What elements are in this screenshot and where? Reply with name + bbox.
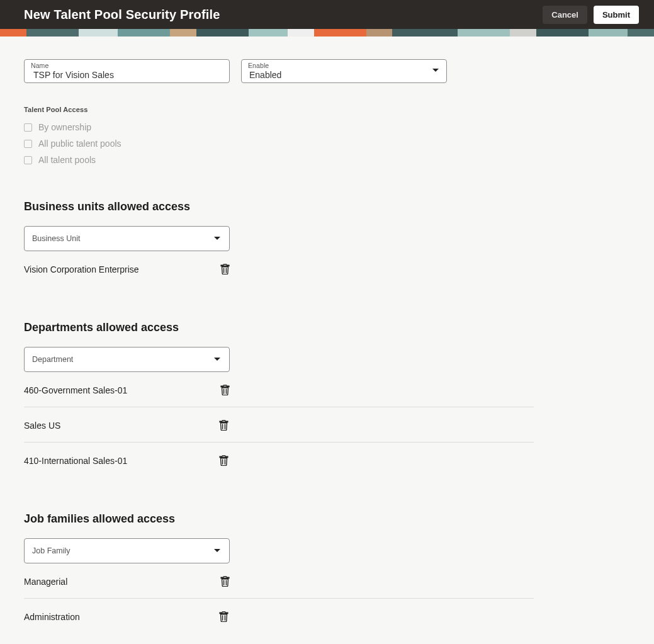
list-item: Sales US — [24, 407, 534, 442]
list-item: Managerial — [24, 563, 230, 598]
departments-title: Departments allowed access — [24, 321, 654, 334]
business-units-title: Business units allowed access — [24, 200, 654, 213]
trash-icon — [220, 264, 230, 274]
dropdown-placeholder: Job Family — [32, 546, 70, 555]
checkbox-icon — [24, 140, 32, 148]
delete-button[interactable] — [220, 264, 230, 274]
checkbox-label: All talent pools — [38, 155, 96, 165]
delete-button[interactable] — [220, 385, 230, 395]
top-fields-row: Name Enable Enabled — [24, 59, 654, 83]
list-item-label: Vision Corporation Enterprise — [24, 264, 219, 274]
page-title: New Talent Pool Security Profile — [24, 8, 543, 22]
list-item: Administration — [24, 598, 534, 633]
talent-pool-access-heading: Talent Pool Access — [24, 106, 654, 113]
trash-icon — [220, 385, 230, 395]
list-item: 460-Government Sales-01 — [24, 372, 230, 407]
delete-button[interactable] — [219, 420, 228, 431]
delete-button[interactable] — [219, 455, 228, 466]
enable-select[interactable]: Enable Enabled — [241, 59, 447, 83]
cancel-button[interactable]: Cancel — [543, 6, 587, 24]
trash-icon — [219, 611, 228, 622]
list-item-label: Sales US — [24, 421, 219, 431]
dropdown-placeholder: Business Unit — [32, 234, 80, 243]
list-item: Vision Corporation Enterprise — [24, 251, 230, 286]
name-label: Name — [31, 62, 48, 69]
enable-label: Enable — [248, 62, 269, 69]
name-input[interactable] — [32, 69, 222, 81]
content-area: Name Enable Enabled Talent Pool Access B… — [0, 37, 654, 644]
checkbox-all-public[interactable]: All public talent pools — [24, 138, 654, 149]
delete-button[interactable] — [219, 611, 228, 622]
list-item-label: Managerial — [24, 577, 219, 587]
chevron-down-icon — [432, 69, 439, 72]
list-item-label: 460-Government Sales-01 — [24, 385, 219, 395]
business-unit-dropdown[interactable]: Business Unit — [24, 226, 230, 251]
list-item-label: 410-International Sales-01 — [24, 456, 219, 466]
trash-icon — [219, 420, 228, 431]
enable-value: Enabled — [249, 70, 439, 80]
decorative-banner — [0, 29, 654, 37]
checkbox-all-pools[interactable]: All talent pools — [24, 155, 654, 165]
chevron-down-icon — [214, 358, 220, 361]
trash-icon — [219, 455, 228, 466]
list-item-label: Administration — [24, 612, 219, 622]
list-item: 410-International Sales-01 — [24, 442, 534, 477]
job-family-dropdown[interactable]: Job Family — [24, 538, 230, 563]
name-field[interactable]: Name — [24, 59, 230, 83]
chevron-down-icon — [214, 237, 220, 240]
header-actions: Cancel Submit — [543, 6, 639, 24]
page-header: New Talent Pool Security Profile Cancel … — [0, 0, 654, 29]
checkbox-label: By ownership — [38, 122, 91, 132]
checkbox-by-ownership[interactable]: By ownership — [24, 122, 654, 132]
dropdown-placeholder: Department — [32, 355, 73, 364]
checkbox-label: All public talent pools — [38, 138, 121, 149]
department-dropdown[interactable]: Department — [24, 347, 230, 372]
delete-button[interactable] — [220, 576, 230, 587]
chevron-down-icon — [214, 549, 220, 552]
checkbox-icon — [24, 156, 32, 164]
trash-icon — [220, 576, 230, 587]
job-families-title: Job families allowed access — [24, 512, 654, 526]
checkbox-icon — [24, 123, 32, 132]
submit-button[interactable]: Submit — [594, 6, 639, 24]
